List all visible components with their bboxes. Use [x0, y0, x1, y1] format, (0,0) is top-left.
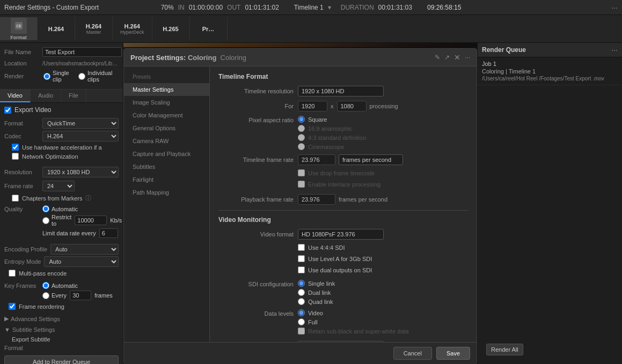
render-all-container: Render All	[478, 335, 622, 364]
custom-export-tab[interactable]: CE Format	[0, 17, 38, 40]
quality-auto-radio[interactable]: Automatic	[42, 205, 78, 212]
sdi-444-checkbox[interactable]	[298, 244, 305, 251]
render-queue-panel: Render Queue ··· Job 1 Coloring | Timeli…	[477, 43, 622, 364]
export-video-checkbox[interactable]	[4, 107, 11, 114]
add-to-render-queue-button[interactable]: Add to Render Queue	[4, 355, 119, 364]
timeline-frame-rate-input[interactable]	[298, 154, 335, 165]
subtitle-settings-label: Subtitle Settings	[12, 326, 55, 333]
video-format-select[interactable]: HD 1080PsF 23.976	[298, 229, 384, 240]
data-levels-video-label: Video	[308, 310, 323, 316]
sidebar-item-capture-playback[interactable]: Capture and Playback	[124, 147, 209, 160]
sidebar-item-camera-raw[interactable]: Camera RAW	[124, 135, 209, 147]
main-area: File Name Location /Users/noahsmacbookpr…	[0, 43, 622, 364]
cancel-button[interactable]: Cancel	[393, 347, 432, 360]
individual-clips-radio[interactable]: Individual clips	[78, 70, 119, 83]
sdi-level-a-checkbox[interactable]	[298, 255, 305, 262]
render-all-button[interactable]: Render All	[486, 344, 523, 355]
pencil-icon[interactable]: ✎	[433, 54, 442, 61]
hardware-accel-checkbox[interactable]	[12, 144, 19, 151]
drop-frame-label: Use drop frame timecode	[308, 170, 375, 176]
fps-select[interactable]: frames per second	[339, 154, 403, 165]
tab-file[interactable]: File	[61, 90, 86, 102]
codec-bar: CE Format H.264 H.264 Master H.264 Hyper…	[0, 15, 622, 43]
resolution-row: Resolution 1920 x 1080 HD	[0, 165, 123, 179]
coloring-label: Coloring | Timeline 1	[482, 68, 618, 75]
sdi-444-item[interactable]: Use 4:4:4 SDI	[298, 244, 372, 251]
h265-tab[interactable]: H.265	[152, 17, 190, 40]
sidebar-item-path-mapping[interactable]: Path Mapping	[124, 186, 209, 199]
top-bar-dots-menu[interactable]: ···	[611, 3, 618, 12]
multipass-checkbox[interactable]	[9, 270, 16, 277]
sdi-single-link[interactable]: Single link	[298, 280, 335, 287]
key-frames-every-row: Every frames	[4, 291, 119, 300]
frame-rate-select[interactable]: 24	[42, 181, 75, 191]
left-panel-top: File Name Location /Users/noahsmacbookpr…	[0, 43, 123, 90]
encoding-profile-select[interactable]: Auto	[50, 244, 119, 255]
sdi-quad-link[interactable]: Quad link	[298, 298, 335, 305]
key-frames-value-input[interactable]	[70, 291, 91, 300]
frame-reorder-checkbox[interactable]	[9, 303, 16, 310]
sdi-dual-item[interactable]: Use dual outputs on SDI	[298, 266, 372, 273]
timeline-resolution-group: Timeline resolution 1920 x 1080 HD	[218, 86, 468, 96]
resolution-label: Resolution	[4, 169, 39, 175]
export-video-row: Export Video	[0, 103, 123, 117]
sidebar-item-image-scaling[interactable]: Image Scaling	[124, 96, 209, 109]
codec-select[interactable]: H.264	[42, 131, 119, 142]
h264-label: H.264	[48, 26, 64, 32]
playback-frame-rate-input[interactable]	[298, 194, 335, 205]
advanced-settings-row[interactable]: ▶ Advanced Settings	[0, 313, 123, 324]
data-levels-video[interactable]: Video	[298, 309, 409, 316]
h264-tab[interactable]: H.264	[38, 17, 75, 40]
network-opt-checkbox[interactable]	[12, 153, 19, 160]
frame-rate-row: Frame rate 24	[0, 179, 123, 193]
sidebar-item-color-management[interactable]: Color Management	[124, 109, 209, 122]
chapters-info-icon: ⓘ	[85, 194, 91, 202]
single-clip-radio[interactable]: Single clip	[43, 70, 74, 83]
key-frames-every-radio[interactable]: Every	[42, 292, 67, 299]
h264-hyperdeck-tab[interactable]: H.264 HyperDeck	[113, 17, 152, 40]
key-frames-label: Key Frames	[4, 283, 39, 289]
pixel-aspect-square[interactable]: Square	[298, 116, 366, 123]
quality-limit-input[interactable]	[99, 228, 118, 238]
tab-audio[interactable]: Audio	[31, 90, 61, 102]
quality-value-input[interactable]	[75, 216, 107, 225]
for-width-input[interactable]	[298, 101, 327, 112]
key-frames-row: Key Frames Automatic	[4, 282, 119, 289]
sdi-level-a-item[interactable]: Use Level A for 3Gb SDI	[298, 255, 372, 262]
prores-tab[interactable]: Pr…	[190, 17, 228, 40]
key-frames-section: Key Frames Automatic Every frames Frame …	[0, 280, 123, 313]
modal-dots-menu[interactable]: ···	[465, 54, 470, 61]
subtitle-settings-row[interactable]: ▼ Subtitle Settings	[0, 324, 123, 335]
chevron-down-icon[interactable]: ▾	[328, 4, 331, 11]
data-levels-full[interactable]: Full	[298, 318, 409, 325]
sdi-dual-checkbox[interactable]	[298, 266, 305, 273]
sidebar-item-subtitles[interactable]: Subtitles	[124, 160, 209, 173]
close-icon[interactable]: ✕	[452, 53, 463, 62]
h264-master-tab[interactable]: H.264 Master	[75, 17, 113, 40]
save-button[interactable]: Save	[436, 347, 470, 360]
timeline-resolution-select[interactable]: 1920 x 1080 HD	[298, 86, 384, 96]
sidebar-item-master-settings[interactable]: Master Settings	[124, 83, 209, 96]
sidebar-item-general-options[interactable]: General Options	[124, 122, 209, 135]
tab-bar: Video Audio File	[0, 90, 123, 103]
file-name-input[interactable]	[42, 47, 122, 57]
render-queue-header: Render Queue ···	[478, 43, 622, 57]
resolution-select[interactable]: 1920 x 1080 HD	[42, 167, 119, 177]
sidebar-item-fairlight[interactable]: Fairlight	[124, 173, 209, 186]
share-icon[interactable]: ↗	[442, 54, 452, 61]
file-name-row: File Name	[4, 47, 119, 57]
sdi-dual-link[interactable]: Dual link	[298, 289, 335, 296]
for-height-input[interactable]	[337, 101, 367, 112]
render-queue-dots-menu[interactable]: ···	[611, 46, 618, 54]
key-frames-auto-radio[interactable]: Automatic	[42, 282, 78, 289]
drop-frame-checkbox	[298, 169, 305, 176]
chapters-checkbox[interactable]	[12, 195, 19, 202]
format-select[interactable]: QuickTime	[42, 118, 119, 129]
pixel-aspect-label: Pixel aspect ratio	[218, 116, 294, 123]
quality-restrict-radio[interactable]: Restrict to	[42, 214, 71, 227]
tab-video[interactable]: Video	[0, 90, 31, 102]
single-clip-label: Single clip	[53, 70, 74, 83]
out-timecode: 01:01:31:02	[245, 4, 279, 11]
file-name-label: File Name	[4, 49, 39, 55]
entropy-mode-select[interactable]: Auto	[44, 256, 119, 267]
